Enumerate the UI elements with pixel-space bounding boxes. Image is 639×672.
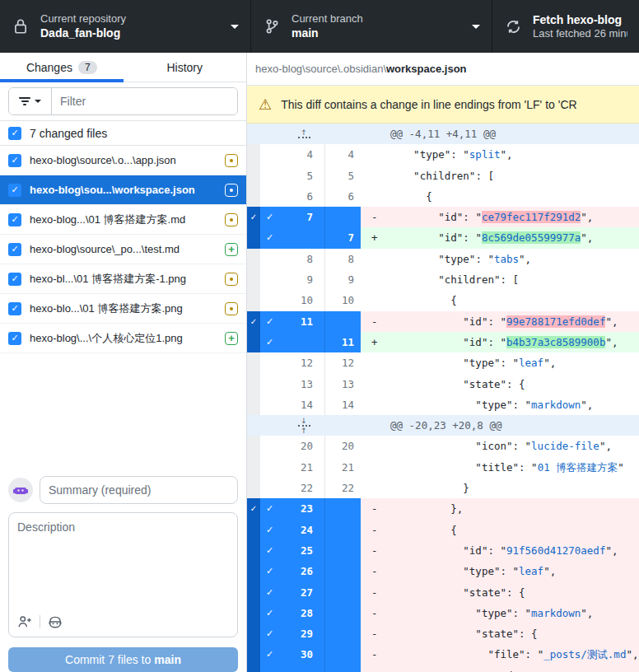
hunk-select-gutter[interactable]: ✓ [247,207,260,227]
commit-summary-input[interactable] [40,476,238,504]
new-line-number[interactable]: 12 [325,352,361,373]
old-line-number[interactable]: ✓23 [260,498,325,519]
old-line-number[interactable]: 13 [260,374,325,394]
old-line-number[interactable]: 22 [260,478,325,498]
new-line-number[interactable]: 21 [325,457,361,478]
hunk-select-gutter[interactable]: ✓ [247,311,260,332]
expand-hunk-button[interactable]: ↓↑ [247,415,361,436]
new-line-number[interactable]: 5 [325,166,361,186]
hunk-select-gutter[interactable] [247,352,260,373]
old-line-number[interactable]: ✓24 [260,520,325,540]
hunk-select-gutter[interactable] [247,623,260,644]
new-line-number[interactable] [325,623,361,644]
old-line-number[interactable]: 12 [260,352,325,373]
fetch-button[interactable]: Fetch hexo-blog Last fetched 26 minut [492,0,639,53]
hunk-select-gutter[interactable] [247,644,260,665]
new-line-number[interactable]: 7 [325,227,361,248]
hunk-select-gutter[interactable] [247,166,260,186]
new-line-number[interactable] [325,603,361,623]
old-line-number[interactable]: ✓ [260,332,325,352]
current-repository-button[interactable]: Current repository Dada_fan-blog [0,0,251,53]
file-row[interactable]: ✓hexo-blo...\01 博客搭建方案.png [0,294,246,324]
old-line-number[interactable]: 14 [260,394,325,415]
hunk-select-gutter[interactable]: ✓ [247,498,260,519]
file-row[interactable]: ✓hexo-blog\source\_po...\test.md+ [0,235,246,264]
new-line-number[interactable] [325,311,361,332]
file-checkbox[interactable]: ✓ [8,302,21,315]
hunk-select-gutter[interactable] [247,520,260,540]
tab-changes[interactable]: Changes 7 [0,53,124,82]
new-line-number[interactable] [325,540,361,561]
old-line-number[interactable]: ✓7 [260,207,325,227]
old-line-number[interactable]: ✓ [260,227,325,248]
old-line-number[interactable]: ✓27 [260,582,325,603]
commit-button[interactable]: Commit 7 files to main [8,647,238,672]
old-line-number[interactable]: 9 [260,269,325,290]
file-checkbox[interactable]: ✓ [8,273,21,286]
old-line-number[interactable]: ✓30 [260,644,325,665]
old-line-number[interactable]: ✓25 [260,540,325,561]
tab-history[interactable]: History [124,53,247,82]
current-branch-button[interactable]: Current branch main [251,0,492,53]
hunk-select-gutter[interactable] [247,665,260,672]
filter-input[interactable] [52,88,237,114]
hunk-select-gutter[interactable] [247,603,260,623]
old-line-number[interactable]: ✓26 [260,561,325,581]
file-checkbox[interactable]: ✓ [8,213,21,226]
new-line-number[interactable] [325,561,361,581]
new-line-number[interactable] [325,644,361,665]
copilot-button[interactable] [48,614,63,629]
file-checkbox[interactable]: ✓ [8,184,21,197]
hunk-select-gutter[interactable] [247,249,260,269]
old-line-number[interactable]: 6 [260,186,325,207]
new-line-number[interactable]: 8 [325,249,361,269]
hunk-select-gutter[interactable] [247,290,260,310]
old-line-number[interactable]: 21 [260,457,325,478]
new-line-number[interactable] [325,498,361,519]
file-row[interactable]: ✓hexo-blog...\01 博客搭建方案.md [0,205,246,235]
old-line-number[interactable]: 4 [260,144,325,165]
hunk-select-gutter[interactable] [247,540,260,561]
add-coauthor-button[interactable] [17,614,32,629]
file-row[interactable]: ✓hexo-blog\sou...\workspace.json [0,175,246,205]
commit-description-input[interactable] [9,513,237,605]
filter-options-button[interactable] [9,88,52,114]
expand-hunk-button[interactable]: ↑ [247,124,361,144]
hunk-select-gutter[interactable] [247,269,260,290]
hunk-select-gutter[interactable] [247,332,260,352]
new-line-number[interactable]: 20 [325,436,361,456]
hunk-select-gutter[interactable] [247,394,260,415]
new-line-number[interactable]: 14 [325,394,361,415]
old-line-number[interactable]: ✓28 [260,603,325,623]
file-row[interactable]: ✓hexo-blog\...\个人核心定位1.png+ [0,324,246,353]
old-line-number[interactable]: 5 [260,166,325,186]
old-line-number[interactable]: ✓11 [260,311,325,332]
new-line-number[interactable]: 6 [325,186,361,207]
new-line-number[interactable]: 13 [325,374,361,394]
file-row[interactable]: ✓hexo-bl...\01 博客搭建方案-1.png [0,264,246,294]
new-line-number[interactable] [325,582,361,603]
old-line-number[interactable]: 20 [260,436,325,456]
new-line-number[interactable] [325,207,361,227]
new-line-number[interactable] [325,665,361,672]
new-line-number[interactable]: 9 [325,269,361,290]
new-line-number[interactable]: 4 [325,144,361,165]
hunk-select-gutter[interactable] [247,227,260,248]
hunk-select-gutter[interactable] [247,457,260,478]
old-line-number[interactable]: ✓31 [260,665,325,672]
hunk-select-gutter[interactable] [247,582,260,603]
hunk-select-gutter[interactable] [247,478,260,498]
new-line-number[interactable]: 11 [325,332,361,352]
file-checkbox[interactable]: ✓ [8,243,21,256]
hunk-select-gutter[interactable] [247,144,260,165]
new-line-number[interactable] [325,520,361,540]
hunk-select-gutter[interactable] [247,436,260,456]
old-line-number[interactable]: ✓29 [260,623,325,644]
old-line-number[interactable]: 8 [260,249,325,269]
old-line-number[interactable]: 10 [260,290,325,310]
hunk-select-gutter[interactable] [247,186,260,207]
file-checkbox[interactable]: ✓ [8,154,21,167]
file-checkbox[interactable]: ✓ [8,332,21,345]
hunk-select-gutter[interactable] [247,374,260,394]
select-all-checkbox[interactable]: ✓ [8,127,21,140]
